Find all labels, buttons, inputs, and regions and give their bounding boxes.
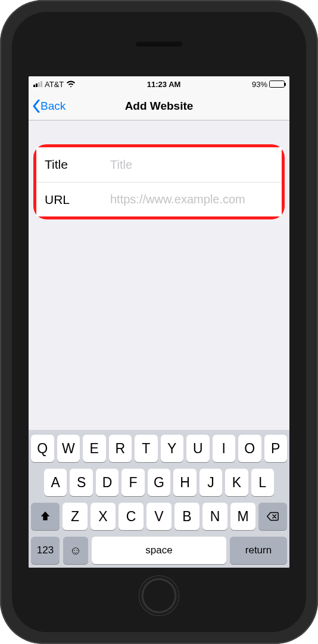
return-key[interactable]: return [230,537,287,564]
delete-key[interactable] [258,503,287,530]
keyboard-row-4: 123 ☺ space return [31,537,287,564]
phone-frame: AT&T 11:23 AM 93% Back Add Website [0,0,318,644]
home-button[interactable] [139,576,179,615]
key-g[interactable]: G [148,469,170,496]
key-w[interactable]: W [57,435,80,462]
key-k[interactable]: K [225,469,248,496]
annotation-highlight: Title URL [33,144,285,219]
key-x[interactable]: X [91,503,116,530]
key-d[interactable]: D [96,469,119,496]
key-p[interactable]: P [264,435,288,462]
backspace-icon [266,510,279,523]
key-e[interactable]: E [83,435,106,462]
back-button[interactable]: Back [32,100,66,113]
key-z[interactable]: Z [63,503,88,530]
key-b[interactable]: B [174,503,199,530]
battery-icon [269,80,285,88]
numeric-key[interactable]: 123 [31,537,60,564]
key-n[interactable]: N [202,503,227,530]
key-r[interactable]: R [109,435,132,462]
key-j[interactable]: J [199,469,222,496]
key-v[interactable]: V [146,503,172,530]
screen: AT&T 11:23 AM 93% Back Add Website [29,76,289,568]
key-m[interactable]: M [230,503,255,530]
speaker-slot [136,42,182,47]
key-q[interactable]: Q [31,435,54,462]
key-a[interactable]: A [44,469,67,496]
keyboard-row-2: ASDFGHJKL [31,469,287,496]
title-label: Title [45,157,110,172]
status-bar: AT&T 11:23 AM 93% [29,76,289,92]
key-h[interactable]: H [173,469,196,496]
key-f[interactable]: F [121,469,144,496]
status-time: 11:23 AM [147,80,181,89]
nav-bar: Back Add Website [29,92,289,120]
wifi-icon [66,80,76,89]
keyboard-row-1: QWERTYUIOP [31,435,287,462]
url-input[interactable] [110,193,273,206]
url-row: URL [36,182,282,216]
chevron-left-icon [32,100,40,113]
key-u[interactable]: U [186,435,210,462]
battery-percent: 93% [252,80,267,89]
page-title: Add Website [125,100,194,113]
shift-key[interactable] [31,503,60,530]
space-key[interactable]: space [92,537,226,564]
signal-icon [33,81,42,87]
emoji-icon: ☺ [70,544,82,558]
url-label: URL [45,193,110,207]
keyboard: QWERTYUIOP ASDFGHJKL ZXCVBNM 123 ☺ [29,430,289,568]
key-c[interactable]: C [119,503,144,530]
back-label: Back [40,100,66,113]
form-group: Title URL [36,147,282,216]
shift-icon [39,510,52,523]
content-area: Title URL [29,120,289,430]
emoji-key[interactable]: ☺ [63,537,88,564]
key-y[interactable]: Y [161,435,184,462]
key-i[interactable]: I [213,435,236,462]
key-t[interactable]: T [135,435,158,462]
title-row: Title [36,147,282,182]
keyboard-row-3: ZXCVBNM [31,503,287,530]
key-o[interactable]: O [238,435,261,462]
title-input[interactable] [110,158,273,172]
key-s[interactable]: S [70,469,92,496]
carrier-label: AT&T [45,80,64,89]
key-l[interactable]: L [251,469,274,496]
